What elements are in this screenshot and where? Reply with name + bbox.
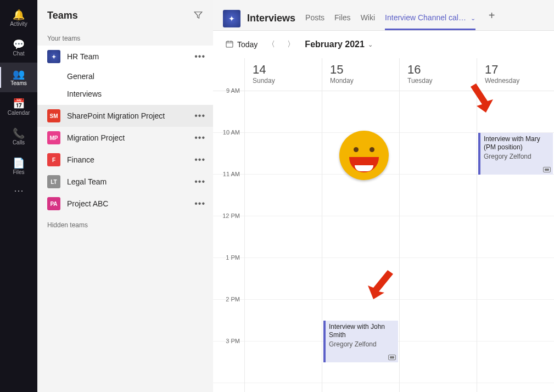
time-slot[interactable]	[245, 175, 322, 216]
day-name: Sunday	[253, 77, 314, 85]
tab-posts[interactable]: Posts	[305, 13, 324, 30]
time-slot[interactable]	[245, 91, 322, 133]
team-item[interactable]: LT Legal Team •••	[37, 171, 213, 193]
calendar-event[interactable]: Interview with John Smith Gregory Zelfon…	[323, 321, 398, 362]
rail-files[interactable]: 📄 Files	[0, 152, 37, 181]
team-more-button[interactable]: •••	[194, 199, 205, 209]
rail-calendar[interactable]: 📅 Calendar	[0, 92, 37, 122]
time-slot[interactable]	[322, 216, 399, 258]
teams-panel-title: Teams	[47, 10, 78, 21]
calendar-grid: 9 AM 10 AM 11 AM 12 PM 1 PM 2 PM 3 PM 14…	[213, 58, 554, 392]
time-label: 2 PM	[226, 296, 240, 303]
teams-panel: Teams Your teams ✦ HR Team ••• General I…	[37, 0, 213, 392]
day-slots[interactable]: Interview with John Smith Gregory Zelfon…	[322, 91, 399, 383]
calendar-event[interactable]: Interview with Mary (PM position) Gregor…	[478, 133, 553, 175]
channel-name: General	[67, 72, 94, 81]
channel-interviews[interactable]: Interviews	[37, 85, 213, 103]
event-category-icon	[543, 167, 551, 172]
channel-header: ✦ Interviews Posts Files Wiki Interview …	[213, 0, 554, 31]
team-item[interactable]: PA Project ABC •••	[37, 193, 213, 215]
time-slot[interactable]	[245, 216, 322, 258]
channel-general[interactable]: General	[37, 68, 213, 85]
time-slot[interactable]	[477, 341, 554, 383]
time-slot[interactable]	[477, 91, 554, 133]
day-header: 15 Monday	[322, 58, 399, 91]
next-button[interactable]: 〉	[285, 38, 297, 51]
rail-more-button[interactable]: ⋯	[14, 184, 24, 197]
time-slot[interactable]	[245, 300, 322, 341]
bell-icon: 🔔	[13, 10, 25, 20]
time-slot[interactable]	[400, 216, 477, 258]
event-title: Interview with Mary (PM position)	[484, 135, 550, 152]
time-label: 9 AM	[226, 87, 240, 94]
rail-teams[interactable]: 👥 Teams	[0, 63, 37, 92]
event-organizer: Gregory Zelfond	[329, 340, 395, 348]
day-slots[interactable]: Interview with Mary (PM position) Gregor…	[477, 91, 554, 383]
time-slot[interactable]	[245, 133, 322, 175]
rail-chat[interactable]: 💬 Chat	[0, 33, 37, 63]
time-slot[interactable]	[477, 258, 554, 300]
time-label: 12 PM	[222, 212, 240, 219]
svg-rect-1	[226, 41, 233, 47]
tab-files[interactable]: Files	[334, 13, 351, 30]
time-slot[interactable]	[400, 341, 477, 383]
time-slot[interactable]	[400, 258, 477, 300]
time-slot[interactable]	[322, 258, 399, 300]
tab-interview-calendar[interactable]: Interview Channel cal… ⌄	[385, 13, 475, 30]
tab-label: Interview Channel cal…	[385, 13, 466, 22]
team-item[interactable]: F Finance •••	[37, 149, 213, 171]
time-slot[interactable]	[322, 91, 399, 133]
chat-icon: 💬	[13, 40, 25, 49]
time-slot[interactable]	[400, 133, 477, 175]
time-label: 10 AM	[223, 129, 240, 136]
prev-button[interactable]: 〈	[265, 38, 277, 51]
calendar-today-icon	[225, 40, 234, 50]
team-more-button[interactable]: •••	[194, 52, 205, 61]
team-more-button[interactable]: •••	[194, 133, 205, 143]
team-more-button[interactable]: •••	[194, 177, 205, 187]
time-slot[interactable]	[322, 133, 399, 175]
day-slots[interactable]	[400, 91, 477, 383]
rail-calls[interactable]: 📞 Calls	[0, 122, 37, 152]
add-tab-button[interactable]: +	[489, 9, 495, 22]
calendar-icon: 📅	[13, 99, 25, 109]
rail-activity[interactable]: 🔔 Activity	[0, 3, 37, 33]
day-column[interactable]: 14 Sunday	[245, 58, 322, 392]
phone-icon: 📞	[13, 128, 25, 138]
time-slot[interactable]	[400, 175, 477, 216]
rail-label: Chat	[13, 51, 24, 57]
today-button[interactable]: Today	[225, 40, 258, 50]
time-slot[interactable]	[245, 258, 322, 300]
day-column[interactable]: 17 WednesdayInterview with Mary (PM posi…	[477, 58, 554, 392]
day-header: 16 Tuesday	[400, 58, 477, 91]
chevron-down-icon: ⌄	[368, 41, 373, 48]
time-slot[interactable]	[477, 175, 554, 216]
team-avatar: LT	[47, 175, 60, 188]
time-slot[interactable]	[322, 175, 399, 216]
team-item[interactable]: SM SharePoint Migration Project •••	[37, 105, 213, 127]
team-item[interactable]: MP Migration Project •••	[37, 127, 213, 149]
team-more-button[interactable]: •••	[194, 155, 205, 165]
channel-avatar: ✦	[223, 10, 240, 27]
day-column[interactable]: 15 MondayInterview with John Smith Grego…	[322, 58, 400, 392]
day-name: Monday	[330, 77, 391, 85]
section-hidden-teams: Hidden teams	[37, 215, 213, 232]
team-more-button[interactable]: •••	[194, 111, 205, 121]
day-column[interactable]: 16 Tuesday	[400, 58, 477, 392]
day-slots[interactable]	[245, 91, 322, 383]
time-slot[interactable]	[245, 341, 322, 383]
event-title: Interview with John Smith	[329, 323, 395, 339]
time-slot[interactable]	[400, 300, 477, 341]
team-name: Finance	[67, 155, 188, 164]
channel-tabs: Posts Files Wiki Interview Channel cal… …	[305, 7, 475, 30]
month-picker[interactable]: February 2021 ⌄	[305, 40, 373, 49]
filter-icon[interactable]	[193, 10, 203, 21]
time-slot[interactable]	[400, 91, 477, 133]
tab-wiki[interactable]: Wiki	[361, 13, 375, 30]
time-slot[interactable]	[477, 216, 554, 258]
rail-label: Calendar	[8, 110, 30, 116]
day-name: Tuesday	[407, 77, 469, 85]
time-slot[interactable]	[477, 300, 554, 341]
team-avatar: F	[47, 153, 60, 166]
team-item[interactable]: ✦ HR Team •••	[37, 46, 213, 68]
